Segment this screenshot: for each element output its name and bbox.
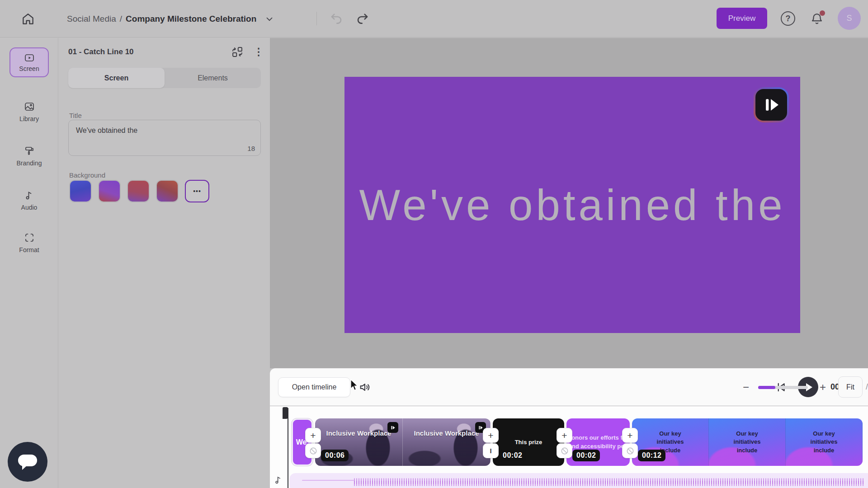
breadcrumb-folder[interactable]: Social Media xyxy=(67,14,116,24)
notification-dot xyxy=(820,10,825,16)
replace-screen-button[interactable] xyxy=(231,46,244,58)
background-swatches: ••• xyxy=(69,180,209,202)
zoom-slider[interactable] xyxy=(758,386,808,389)
chevron-down-icon[interactable] xyxy=(264,14,274,24)
sidebar-item-library[interactable]: Library xyxy=(0,101,58,122)
char-count: 18 xyxy=(247,145,255,152)
sidebar-item-branding[interactable]: Branding xyxy=(0,145,58,167)
undo-icon xyxy=(329,11,344,26)
open-timeline-button[interactable]: Open timeline xyxy=(278,377,350,397)
clip-duration-badge: 00:02 xyxy=(572,450,600,461)
notifications-button[interactable] xyxy=(810,11,826,26)
sidebar-item-label: Branding xyxy=(16,160,42,167)
undo-button[interactable] xyxy=(329,11,344,26)
help-button[interactable]: ? xyxy=(781,11,795,26)
audio-track[interactable] xyxy=(289,473,868,488)
background-swatch-red-purple[interactable] xyxy=(127,180,150,202)
home-icon xyxy=(21,12,35,26)
zoom-slider-fill xyxy=(758,386,775,389)
question-icon: ? xyxy=(786,14,791,23)
title-field-label: Title xyxy=(69,112,82,119)
clip-duration-badge: 00:12 xyxy=(638,450,665,461)
screen-icon xyxy=(24,52,35,63)
panel-tabs: Screen Elements xyxy=(68,68,261,88)
timeline-clip-gradient-title[interactable]: Our key initiatives include Our key init… xyxy=(632,418,863,466)
insert-screen-button[interactable]: + xyxy=(483,428,499,443)
tab-elements[interactable]: Elements xyxy=(165,68,261,88)
play-brand-icon xyxy=(761,95,781,115)
screen-name: 01 - Catch Line 10 xyxy=(68,47,134,56)
clip-duration-badge: 00:06 xyxy=(321,450,349,461)
video-canvas[interactable]: We've obtained the xyxy=(344,77,800,333)
gradient-thumbnail: Our key initiatives include xyxy=(786,418,863,466)
insert-screen-button[interactable]: + xyxy=(622,428,638,443)
playback-control-bar: Open timeline 00:00.00 / 00:41.72 − + Fi… xyxy=(270,368,868,406)
clip-brand-badge xyxy=(387,422,398,433)
sidebar-item-format[interactable]: Format xyxy=(0,232,58,253)
background-swatch-blue[interactable] xyxy=(69,180,92,202)
music-note-icon xyxy=(24,190,35,201)
transition-disabled-button[interactable] xyxy=(622,443,638,458)
insert-screen-button[interactable]: + xyxy=(557,428,572,443)
more-backgrounds-button[interactable]: ••• xyxy=(185,180,209,202)
swap-icon xyxy=(231,46,244,58)
timeline-clip-video[interactable]: Inclusive Workplace Inclusive Workplace … xyxy=(315,418,491,466)
zoom-in-button[interactable]: + xyxy=(817,381,829,393)
zoom-out-button[interactable]: − xyxy=(740,381,752,393)
redo-icon xyxy=(355,11,371,26)
transition-disabled-button[interactable] xyxy=(305,443,321,458)
top-bar: Social Media / Company Milestone Celebra… xyxy=(0,0,868,38)
playhead-line[interactable] xyxy=(288,408,288,488)
waveform-lead xyxy=(302,480,354,481)
video-thumbnail: Inclusive Workplace xyxy=(403,418,491,466)
canvas-title-text[interactable]: We've obtained the xyxy=(359,180,785,230)
gradient-thumbnail: Our key initiatives include xyxy=(709,418,786,466)
fit-button[interactable]: Fit xyxy=(838,376,863,398)
waveform xyxy=(354,479,863,486)
sidebar-item-screen[interactable]: Screen xyxy=(9,47,49,77)
format-frame-icon xyxy=(24,232,35,243)
title-input-value[interactable]: We've obtained the xyxy=(76,126,242,136)
project-title[interactable]: Company Milestone Celebration xyxy=(126,14,256,24)
canvas-area: We've obtained the xyxy=(270,38,868,368)
background-field-label: Background xyxy=(69,171,105,179)
volume-button[interactable] xyxy=(359,381,372,394)
background-swatch-orange-purple[interactable] xyxy=(156,180,179,202)
paint-roller-icon xyxy=(24,145,35,156)
sidebar-item-label: Format xyxy=(19,246,39,253)
no-transition-icon xyxy=(626,446,635,455)
audio-track-icon xyxy=(274,475,283,485)
preview-button[interactable]: Preview xyxy=(717,8,767,29)
kebab-icon: ⋮ xyxy=(254,46,264,57)
sidebar-item-label: Library xyxy=(19,115,39,122)
breadcrumb: Social Media / Company Milestone Celebra… xyxy=(67,0,274,38)
speaker-icon xyxy=(359,381,372,394)
chat-widget-button[interactable] xyxy=(8,442,47,482)
avatar-initial: S xyxy=(846,14,852,23)
brand-logo xyxy=(754,87,789,122)
screen-menu-button[interactable]: ⋮ xyxy=(254,47,264,57)
chat-bubble-icon xyxy=(18,455,37,466)
home-button[interactable] xyxy=(21,12,35,26)
timeline: We' + Inclusive Workplace Inclusive Work… xyxy=(270,406,868,488)
transition-disabled-button[interactable] xyxy=(557,443,572,458)
no-transition-icon xyxy=(309,446,318,455)
tab-screen[interactable]: Screen xyxy=(68,68,165,88)
sidebar: Screen Library Branding Audio Format xyxy=(0,38,58,488)
split-clip-button[interactable]: I xyxy=(483,443,499,458)
timeline-clip-dark-title[interactable]: This prize 00:02 xyxy=(493,418,564,466)
insert-screen-button[interactable]: + xyxy=(305,428,321,443)
sidebar-item-label: Audio xyxy=(21,204,38,211)
sidebar-item-label: Screen xyxy=(19,65,39,72)
title-input[interactable]: We've obtained the 18 xyxy=(68,120,261,156)
timeline-clip-purple-title[interactable]: honors our efforts for and accessibility… xyxy=(566,418,630,466)
redo-button[interactable] xyxy=(355,11,371,26)
background-swatch-purple-red[interactable] xyxy=(98,180,121,202)
screen-settings-panel: 01 - Catch Line 10 ⋮ Screen Elements Tit… xyxy=(59,38,270,488)
library-icon xyxy=(24,101,35,112)
no-transition-icon xyxy=(560,446,569,455)
sidebar-item-audio[interactable]: Audio xyxy=(0,190,58,211)
clip-duration-badge: 00:02 xyxy=(499,450,526,461)
breadcrumb-separator: / xyxy=(120,14,122,24)
avatar[interactable]: S xyxy=(838,7,861,30)
